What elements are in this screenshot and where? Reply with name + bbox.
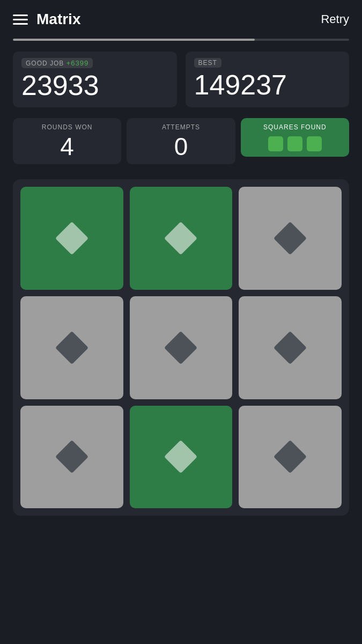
attempts-value: 0 xyxy=(134,134,227,159)
best-score-value: 149237 xyxy=(194,70,341,100)
grid-cell-7[interactable] xyxy=(20,406,123,509)
app-title: Matrix xyxy=(36,11,80,28)
hamburger-line-1 xyxy=(13,14,28,16)
best-label-text: BEST xyxy=(194,58,221,68)
diamond-icon-2 xyxy=(164,222,197,255)
diamond-icon-6 xyxy=(274,331,307,364)
grid-cell-8[interactable] xyxy=(130,406,233,509)
rounds-won-label: ROUNDS WON xyxy=(20,123,114,131)
current-score-value: 23933 xyxy=(21,70,168,101)
attempts-card: ATTEMPTS 0 xyxy=(127,118,235,164)
score-label-text: GOOD JOB +6399 xyxy=(21,58,93,68)
score-bonus: +6399 xyxy=(67,59,89,67)
squares-indicators xyxy=(248,134,342,151)
grid-cell-9[interactable] xyxy=(239,406,342,509)
retry-button[interactable]: Retry xyxy=(321,12,349,26)
grid-cell-6[interactable] xyxy=(239,296,342,399)
rounds-won-value: 4 xyxy=(20,134,114,159)
best-score-card: BEST 149237 xyxy=(186,52,350,107)
squares-found-card: SQUARES FOUND xyxy=(241,118,349,157)
grid-cell-1[interactable] xyxy=(20,187,123,290)
stats-section: ROUNDS WON 4 ATTEMPTS 0 SQUARES FOUND xyxy=(0,118,362,164)
grid-container xyxy=(0,179,362,516)
grid-cell-3[interactable] xyxy=(239,187,342,290)
diamond-icon-5 xyxy=(164,331,197,364)
hamburger-line-3 xyxy=(13,23,28,25)
square-indicator-1 xyxy=(268,136,283,151)
diamond-icon-1 xyxy=(55,222,88,255)
progress-bar-track xyxy=(13,39,349,41)
squares-found-label: SQUARES FOUND xyxy=(248,123,342,131)
hamburger-line-2 xyxy=(13,19,28,20)
app-header: Matrix Retry xyxy=(0,0,362,39)
diamond-icon-9 xyxy=(274,440,307,473)
square-indicator-3 xyxy=(307,136,322,151)
attempts-label: ATTEMPTS xyxy=(134,123,227,131)
header-left: Matrix xyxy=(13,11,80,28)
rounds-won-card: ROUNDS WON 4 xyxy=(13,118,121,164)
diamond-icon-4 xyxy=(55,331,88,364)
progress-bar-container xyxy=(0,39,362,41)
grid-cell-2[interactable] xyxy=(130,187,233,290)
menu-icon[interactable] xyxy=(13,14,28,25)
square-indicator-2 xyxy=(287,136,302,151)
diamond-icon-3 xyxy=(274,222,307,255)
grid-cell-5[interactable] xyxy=(130,296,233,399)
progress-bar-fill xyxy=(13,39,255,41)
grid-cell-4[interactable] xyxy=(20,296,123,399)
diamond-icon-8 xyxy=(164,440,197,473)
best-score-label: BEST xyxy=(194,58,341,68)
diamond-icon-7 xyxy=(55,440,88,473)
current-score-label: GOOD JOB +6399 xyxy=(21,58,168,68)
grid-board xyxy=(13,179,349,516)
scores-section: GOOD JOB +6399 23933 BEST 149237 xyxy=(0,52,362,107)
current-score-card: GOOD JOB +6399 23933 xyxy=(13,52,177,107)
